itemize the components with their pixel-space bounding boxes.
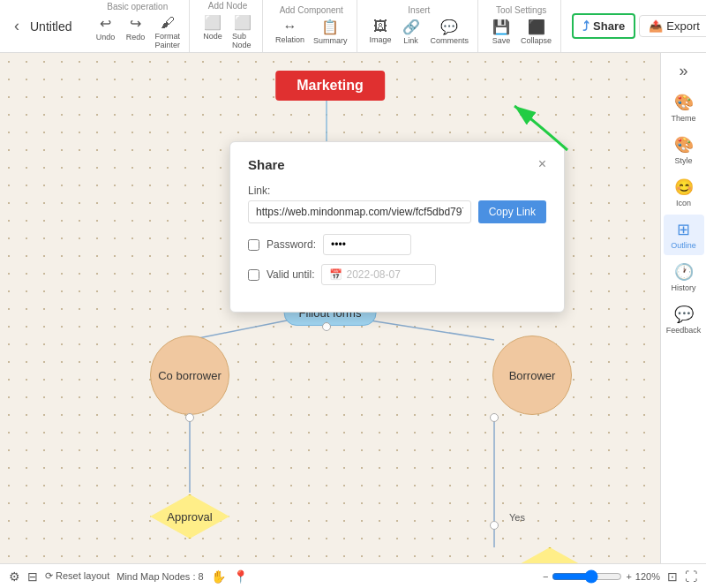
copy-link-button[interactable]: Copy Link [478,200,546,223]
export-icon: 📤 [649,19,663,33]
reset-icon: ⟳ [45,570,53,581]
basic-operation-label: Basic operation [107,2,168,11]
nodes-label: Mind Map Nodes : 8 [116,571,203,582]
add-component-group: Add Component ↔Relation 📋Summary [267,0,357,52]
zoom-slider[interactable] [552,569,622,584]
summary-button[interactable]: 📋Summary [310,17,351,47]
undo-button[interactable]: ↩Undo [91,13,119,51]
status-left: ⚙ ⊟ ⟳ Reset layout Mind Map Nodes : 8 ✋ … [9,569,248,584]
collapse-button[interactable]: ⬛Collapse [517,17,555,47]
date-value: 2022-08-07 [346,268,400,281]
history-icon: 🕐 [674,262,694,282]
password-input[interactable] [323,234,411,255]
insert-label: Insert [408,5,430,15]
icon-icon: 😊 [674,177,694,197]
password-row: Password: [248,234,546,255]
back-button[interactable]: ‹ [7,13,26,39]
sidebar-outline-label: Outline [671,241,696,250]
statusbar: ⚙ ⊟ ⟳ Reset layout Mind Map Nodes : 8 ✋ … [0,563,706,588]
node-borrower[interactable]: Borrower [492,335,572,415]
save-button[interactable]: 💾Save [487,17,515,47]
canvas[interactable]: Marketing Fillout forms Co borrower Borr… [0,53,660,563]
link-input[interactable] [248,200,471,223]
zoom-out-button[interactable]: − [543,571,548,582]
app-title: Untitled [30,19,71,34]
image-button[interactable]: 🖼Image [366,17,395,47]
outline-icon: ⊞ [677,220,690,239]
zoom-control: − + 120% [543,569,660,584]
insert-group: Insert 🖼Image 🔗Link 💬Comments [361,0,479,52]
sidebar-item-style[interactable]: 🎨 Style [664,130,704,170]
valid-until-row: Valid until: 📅 2022-08-07 [248,264,546,285]
sidebar-icon-label: Icon [676,199,691,207]
node-approval-right[interactable]: Approval [510,547,590,563]
status-right: − + 120% ⊡ ⛶ [543,569,697,584]
dialog-link-row: Link: Copy Link [248,185,546,223]
node-approval-left[interactable]: Approval [150,494,229,539]
zoom-level: 120% [635,571,660,582]
yes-label: Yes [509,512,525,523]
location-icon[interactable]: 📍 [233,569,248,584]
password-checkbox[interactable] [248,239,259,251]
feedback-icon: 💬 [674,305,694,324]
fullscreen-icon[interactable]: ⛶ [685,569,697,584]
tool-settings-group: Tool Settings 💾Save ⬛Collapse [482,0,561,52]
sidebar: » 🎨 Theme 🎨 Style 😊 Icon ⊞ Outline 🕐 His… [660,53,706,563]
relation-button[interactable]: ↔Relation [272,17,308,47]
hand-icon[interactable]: ✋ [211,569,226,584]
link-label: Link: [248,185,546,197]
theme-icon: 🎨 [674,93,694,112]
toolbar: ‹ Untitled Basic operation ↩Undo ↪Redo 🖌… [0,0,706,53]
comments-button[interactable]: 💬Comments [427,17,473,47]
sidebar-history-label: History [671,283,695,292]
valid-until-checkbox[interactable] [248,269,259,281]
node-marketing[interactable]: Marketing [275,71,385,101]
svg-line-2 [353,318,494,340]
add-node-group: Add Node ⬜Node ⬜Sub Node [193,0,263,52]
sidebar-item-outline[interactable]: ⊞ Outline [664,215,704,255]
password-label: Password: [267,238,316,251]
sidebar-style-label: Style [674,156,692,165]
basic-operation-group: Basic operation ↩Undo ↪Redo 🖌Format Pain… [86,0,190,52]
dialog-title: Share [248,157,285,172]
sidebar-item-icon[interactable]: 😊 Icon [664,172,704,213]
node-coborrower[interactable]: Co borrower [150,335,229,415]
svg-line-1 [190,318,300,340]
connector-dot-coborrower-bottom [185,413,194,422]
tool-settings-label: Tool Settings [496,5,546,15]
sidebar-feedback-label: Feedback [666,326,702,335]
sidebar-item-feedback[interactable]: 💬 Feedback [664,299,704,340]
sidebar-item-theme[interactable]: 🎨 Theme [664,87,704,128]
link-input-row: Copy Link [248,200,546,223]
connector-dot-borrower-bottom [490,413,499,422]
connector-dot-fillout-bottom [322,322,331,331]
add-node-label: Add Node [208,1,247,11]
reset-layout-button[interactable]: ⟳ Reset layout [45,570,109,582]
link-button[interactable]: 🔗Link [397,17,425,47]
format-painter-button[interactable]: 🖌Format Painter [151,13,184,51]
add-component-label: Add Component [280,5,343,15]
share-dialog: Share × Link: Copy Link Password: Valid … [229,141,565,313]
valid-until-label: Valid until: [267,268,314,281]
date-input-wrap: 📅 2022-08-07 [321,264,436,285]
settings-status-icon[interactable]: ⚙ [9,569,20,584]
connector-dot-yes [490,521,499,530]
share-button[interactable]: ⤴ Share [572,13,635,39]
sub-node-button[interactable]: ⬜Sub Node [229,12,257,51]
sidebar-theme-label: Theme [671,114,695,123]
sidebar-collapse-button[interactable]: » [673,57,693,86]
sidebar-item-history[interactable]: 🕐 History [664,257,704,298]
dialog-header: Share × [248,156,546,172]
dialog-close-button[interactable]: × [538,156,546,172]
share-icon: ⤴ [582,19,590,34]
calendar-icon: 📅 [329,268,342,281]
style-icon: 🎨 [674,135,694,155]
zoom-in-button[interactable]: + [626,571,631,582]
export-button[interactable]: 📤 Export [639,15,706,37]
node-button[interactable]: ⬜Node [199,12,227,51]
grid-status-icon[interactable]: ⊟ [27,569,38,584]
redo-button[interactable]: ↪Redo [121,13,149,51]
main-area: Marketing Fillout forms Co borrower Borr… [0,53,706,563]
fit-screen-icon[interactable]: ⊡ [667,569,678,584]
